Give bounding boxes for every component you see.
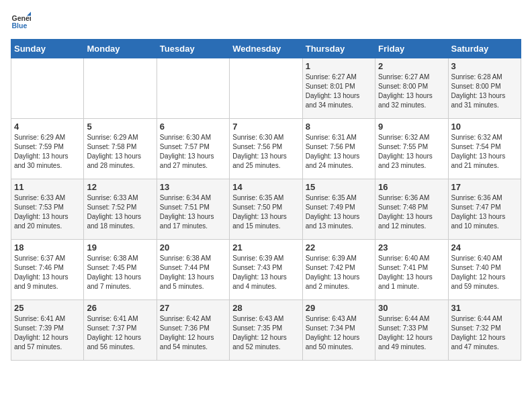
cell-info: Sunrise: 6:43 AMSunset: 7:34 PMDaylight:… <box>306 314 372 352</box>
day-number: 25 <box>14 303 81 313</box>
calendar-cell: 7Sunrise: 6:30 AMSunset: 7:56 PMDaylight… <box>230 119 302 179</box>
calendar-cell: 13Sunrise: 6:34 AMSunset: 7:51 PMDayligh… <box>157 179 229 240</box>
calendar-cell: 22Sunrise: 6:39 AMSunset: 7:42 PMDayligh… <box>302 240 375 300</box>
day-number: 14 <box>232 182 299 192</box>
cell-info: Sunrise: 6:37 AMSunset: 7:46 PMDaylight:… <box>14 254 81 291</box>
cell-info: Sunrise: 6:44 AMSunset: 7:33 PMDaylight:… <box>378 314 445 352</box>
weekday-header-tuesday: Tuesday <box>157 40 229 58</box>
cell-info: Sunrise: 6:43 AMSunset: 7:35 PMDaylight:… <box>232 314 299 352</box>
calendar-cell: 28Sunrise: 6:43 AMSunset: 7:35 PMDayligh… <box>230 300 302 361</box>
day-number: 26 <box>87 303 153 313</box>
svg-text:Blue: Blue <box>12 21 28 30</box>
calendar-body: 1Sunrise: 6:27 AMSunset: 8:01 PMDaylight… <box>11 58 521 361</box>
cell-info: Sunrise: 6:32 AMSunset: 7:54 PMDaylight:… <box>451 133 518 171</box>
day-number: 4 <box>14 122 81 132</box>
day-number: 12 <box>87 182 153 192</box>
cell-info: Sunrise: 6:34 AMSunset: 7:51 PMDaylight:… <box>160 193 226 231</box>
cell-info: Sunrise: 6:36 AMSunset: 7:47 PMDaylight:… <box>451 193 518 231</box>
calendar-cell: 24Sunrise: 6:40 AMSunset: 7:40 PMDayligh… <box>448 240 521 300</box>
calendar-table: SundayMondayTuesdayWednesdayThursdayFrid… <box>11 39 521 361</box>
day-number: 11 <box>14 182 81 192</box>
cell-info: Sunrise: 6:27 AMSunset: 8:01 PMDaylight:… <box>306 73 372 110</box>
calendar-cell: 2Sunrise: 6:27 AMSunset: 8:00 PMDaylight… <box>375 58 448 119</box>
weekday-header-monday: Monday <box>84 40 157 58</box>
day-number: 6 <box>160 122 226 132</box>
calendar-cell: 3Sunrise: 6:28 AMSunset: 8:00 PMDaylight… <box>448 58 521 119</box>
cell-info: Sunrise: 6:44 AMSunset: 7:32 PMDaylight:… <box>451 314 518 352</box>
cell-info: Sunrise: 6:30 AMSunset: 7:56 PMDaylight:… <box>232 133 299 171</box>
calendar-cell: 5Sunrise: 6:29 AMSunset: 7:58 PMDaylight… <box>84 119 157 179</box>
day-number: 23 <box>378 242 445 253</box>
cell-info: Sunrise: 6:39 AMSunset: 7:42 PMDaylight:… <box>306 254 372 291</box>
week-row-1: 1Sunrise: 6:27 AMSunset: 8:01 PMDaylight… <box>11 58 521 119</box>
calendar-cell <box>11 58 84 119</box>
day-number: 7 <box>232 122 299 132</box>
day-number: 2 <box>378 61 445 71</box>
cell-info: Sunrise: 6:30 AMSunset: 7:57 PMDaylight:… <box>160 133 226 171</box>
weekday-header-wednesday: Wednesday <box>230 40 302 58</box>
cell-info: Sunrise: 6:29 AMSunset: 7:59 PMDaylight:… <box>14 133 81 171</box>
day-number: 27 <box>160 303 226 313</box>
calendar-cell: 9Sunrise: 6:32 AMSunset: 7:55 PMDaylight… <box>375 119 448 179</box>
weekday-header-friday: Friday <box>375 40 448 58</box>
weekday-header-thursday: Thursday <box>302 40 375 58</box>
calendar-cell <box>84 58 157 119</box>
logo-icon: General Blue <box>11 11 31 31</box>
cell-info: Sunrise: 6:41 AMSunset: 7:39 PMDaylight:… <box>14 314 81 352</box>
day-number: 8 <box>306 122 372 132</box>
day-number: 21 <box>232 242 299 253</box>
calendar-cell <box>230 58 302 119</box>
cell-info: Sunrise: 6:28 AMSunset: 8:00 PMDaylight:… <box>451 73 518 110</box>
calendar-cell: 30Sunrise: 6:44 AMSunset: 7:33 PMDayligh… <box>375 300 448 361</box>
calendar-cell: 27Sunrise: 6:42 AMSunset: 7:36 PMDayligh… <box>157 300 229 361</box>
calendar-cell: 4Sunrise: 6:29 AMSunset: 7:59 PMDaylight… <box>11 119 84 179</box>
calendar-cell: 16Sunrise: 6:36 AMSunset: 7:48 PMDayligh… <box>375 179 448 240</box>
day-number: 18 <box>14 242 81 253</box>
week-row-2: 4Sunrise: 6:29 AMSunset: 7:59 PMDaylight… <box>11 119 521 179</box>
day-number: 31 <box>451 303 518 313</box>
day-number: 13 <box>160 182 226 192</box>
day-number: 28 <box>232 303 299 313</box>
day-number: 1 <box>306 61 372 71</box>
cell-info: Sunrise: 6:31 AMSunset: 7:56 PMDaylight:… <box>306 133 372 171</box>
cell-info: Sunrise: 6:40 AMSunset: 7:40 PMDaylight:… <box>451 254 518 291</box>
calendar-cell: 29Sunrise: 6:43 AMSunset: 7:34 PMDayligh… <box>302 300 375 361</box>
calendar-cell: 26Sunrise: 6:41 AMSunset: 7:37 PMDayligh… <box>84 300 157 361</box>
day-number: 22 <box>306 242 372 253</box>
cell-info: Sunrise: 6:29 AMSunset: 7:58 PMDaylight:… <box>87 133 153 171</box>
calendar-cell: 20Sunrise: 6:38 AMSunset: 7:44 PMDayligh… <box>157 240 229 300</box>
weekday-header-saturday: Saturday <box>448 40 521 58</box>
day-number: 3 <box>451 61 518 71</box>
day-number: 10 <box>451 122 518 132</box>
day-number: 9 <box>378 122 445 132</box>
cell-info: Sunrise: 6:42 AMSunset: 7:36 PMDaylight:… <box>160 314 226 352</box>
cell-info: Sunrise: 6:41 AMSunset: 7:37 PMDaylight:… <box>87 314 153 352</box>
calendar-cell: 23Sunrise: 6:40 AMSunset: 7:41 PMDayligh… <box>375 240 448 300</box>
calendar-header: SundayMondayTuesdayWednesdayThursdayFrid… <box>11 40 521 58</box>
day-number: 5 <box>87 122 153 132</box>
weekday-header-sunday: Sunday <box>11 40 84 58</box>
cell-info: Sunrise: 6:27 AMSunset: 8:00 PMDaylight:… <box>378 73 445 110</box>
calendar-cell: 8Sunrise: 6:31 AMSunset: 7:56 PMDaylight… <box>302 119 375 179</box>
calendar-cell: 19Sunrise: 6:38 AMSunset: 7:45 PMDayligh… <box>84 240 157 300</box>
day-number: 17 <box>451 182 518 192</box>
week-row-4: 18Sunrise: 6:37 AMSunset: 7:46 PMDayligh… <box>11 240 521 300</box>
calendar-cell: 12Sunrise: 6:33 AMSunset: 7:52 PMDayligh… <box>84 179 157 240</box>
cell-info: Sunrise: 6:39 AMSunset: 7:43 PMDaylight:… <box>232 254 299 291</box>
day-number: 29 <box>306 303 372 313</box>
calendar-cell <box>157 58 229 119</box>
day-number: 20 <box>160 242 226 253</box>
weekday-row: SundayMondayTuesdayWednesdayThursdayFrid… <box>11 40 521 58</box>
cell-info: Sunrise: 6:36 AMSunset: 7:48 PMDaylight:… <box>378 193 445 231</box>
day-number: 30 <box>378 303 445 313</box>
cell-info: Sunrise: 6:38 AMSunset: 7:44 PMDaylight:… <box>160 254 226 291</box>
calendar-cell: 10Sunrise: 6:32 AMSunset: 7:54 PMDayligh… <box>448 119 521 179</box>
day-number: 19 <box>87 242 153 253</box>
cell-info: Sunrise: 6:35 AMSunset: 7:50 PMDaylight:… <box>232 193 299 231</box>
calendar-cell: 15Sunrise: 6:35 AMSunset: 7:49 PMDayligh… <box>302 179 375 240</box>
calendar-cell: 6Sunrise: 6:30 AMSunset: 7:57 PMDaylight… <box>157 119 229 179</box>
logo: General Blue <box>11 11 34 31</box>
calendar-cell: 18Sunrise: 6:37 AMSunset: 7:46 PMDayligh… <box>11 240 84 300</box>
calendar-cell: 11Sunrise: 6:33 AMSunset: 7:53 PMDayligh… <box>11 179 84 240</box>
cell-info: Sunrise: 6:38 AMSunset: 7:45 PMDaylight:… <box>87 254 153 291</box>
